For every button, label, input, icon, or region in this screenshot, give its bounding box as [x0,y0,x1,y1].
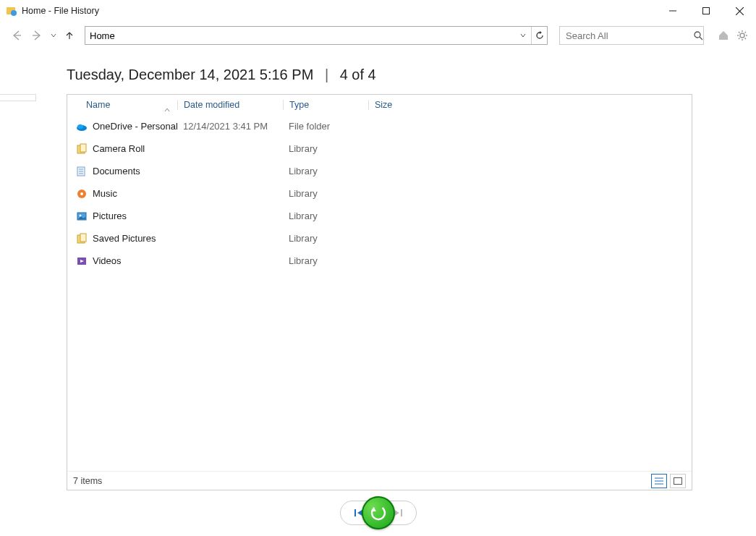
home-button[interactable] [715,27,731,43]
file-name-cell: OneDrive - Personal [67,121,177,132]
file-name-label: Videos [93,255,122,266]
library-video-icon [76,255,88,267]
search-button[interactable] [693,31,703,41]
svg-line-17 [739,38,740,40]
minimize-button[interactable] [656,0,689,22]
version-heading: Tuesday, December 14, 2021 5:16 PM | 4 o… [67,67,376,83]
svg-point-20 [77,124,83,129]
file-type-cell: Library [283,255,368,266]
close-button[interactable] [723,0,756,22]
file-rows: OneDrive - Personal12/14/2021 3:41 PMFil… [67,115,692,471]
restore-button[interactable] [362,496,395,529]
svg-rect-38 [354,509,356,516]
search-input[interactable] [560,30,693,41]
svg-rect-3 [703,8,710,14]
file-name-label: OneDrive - Personal [93,121,177,132]
file-row[interactable]: VideosLibrary [67,250,692,272]
library-yellow-icon [76,143,88,155]
column-header-type[interactable]: Type [283,100,368,110]
file-name-label: Saved Pictures [93,233,156,244]
svg-rect-32 [80,234,86,242]
version-position: 4 of 4 [340,67,376,82]
file-type-cell: Library [283,166,368,176]
file-name-cell: Saved Pictures [67,233,177,244]
back-button[interactable] [9,25,25,46]
file-name-cell: Music [67,188,177,200]
svg-point-28 [80,192,83,195]
svg-line-16 [745,38,747,40]
svg-rect-39 [401,509,402,516]
library-music-icon [76,188,88,200]
window-controls [656,0,756,22]
up-button[interactable] [61,25,77,46]
forward-button[interactable] [29,25,45,46]
svg-rect-37 [674,477,682,484]
title-bar: Home - File History [0,0,756,22]
app-icon [6,5,17,17]
file-type-cell: Library [283,143,368,154]
refresh-button[interactable] [531,27,547,44]
svg-point-30 [80,214,82,216]
file-name-label: Documents [93,166,140,176]
column-header-name[interactable]: Name [67,100,177,110]
file-type-cell: Library [283,188,368,199]
heading-separator: | [325,67,328,82]
file-row[interactable]: OneDrive - Personal12/14/2021 3:41 PMFil… [67,115,692,137]
file-name-label: Music [93,188,117,199]
window-title: Home - File History [22,6,99,16]
search-bar [559,26,704,45]
file-name-label: Pictures [93,210,127,221]
maximize-button[interactable] [689,0,723,22]
toolbar-right [715,27,750,43]
file-type-cell: File folder [283,121,368,132]
svg-rect-22 [80,144,86,152]
file-row[interactable]: Saved PicturesLibrary [67,227,692,250]
thumbnails-view-button[interactable] [670,474,686,488]
file-name-cell: Pictures [67,210,177,222]
version-timestamp: Tuesday, December 14, 2021 5:16 PM [67,67,313,82]
svg-point-8 [695,32,700,38]
file-list-panel: Name Date modified Type Size OneDrive - … [67,94,692,490]
column-header-size[interactable]: Size [368,100,425,110]
file-date-cell: 12/14/2021 3:41 PM [177,121,283,132]
svg-point-40 [369,503,387,522]
sort-ascending-icon [164,105,170,115]
address-input[interactable] [85,27,515,44]
library-doc-icon [76,166,88,177]
file-row[interactable]: Camera RollLibrary [67,137,692,160]
file-row[interactable]: MusicLibrary [67,182,692,205]
view-toggles [651,474,686,488]
file-row[interactable]: DocumentsLibrary [67,160,692,182]
svg-point-1 [11,10,17,16]
file-name-cell: Documents [67,166,177,177]
column-header-date[interactable]: Date modified [177,100,283,110]
left-pane-stub [0,94,36,101]
nav-bar [0,22,756,49]
svg-line-15 [739,32,740,33]
settings-button[interactable] [734,27,750,43]
recent-locations-button[interactable] [49,25,57,46]
library-picture-icon [76,210,88,222]
file-type-cell: Library [283,210,368,221]
address-bar [85,26,548,45]
file-name-cell: Camera Roll [67,143,177,155]
column-headers: Name Date modified Type Size [67,95,692,115]
library-yellow-icon [76,233,88,244]
svg-line-18 [745,32,747,33]
file-type-cell: Library [283,233,368,244]
status-bar: 7 items [67,471,692,490]
file-name-cell: Videos [67,255,177,267]
file-name-label: Camera Roll [93,143,145,154]
svg-point-10 [740,33,744,38]
item-count: 7 items [73,476,102,486]
file-row[interactable]: PicturesLibrary [67,205,692,227]
onedrive-icon [76,121,88,132]
svg-line-9 [700,37,702,40]
details-view-button[interactable] [651,474,667,488]
history-controls [0,501,756,525]
address-dropdown-button[interactable] [515,27,531,44]
